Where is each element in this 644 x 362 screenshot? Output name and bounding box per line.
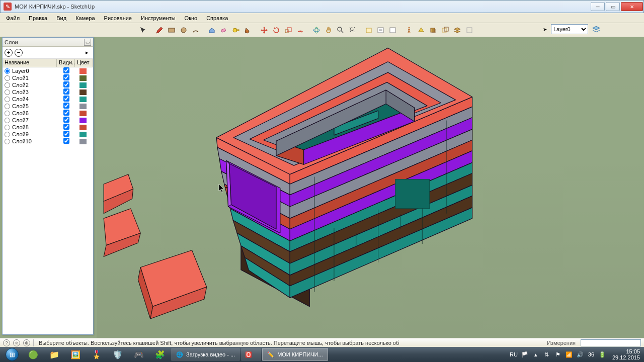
status-help-icon[interactable]: ? bbox=[3, 339, 10, 346]
layer-color-swatch[interactable] bbox=[79, 68, 87, 74]
circle-tool-icon[interactable] bbox=[178, 25, 189, 36]
tape-tool-icon[interactable] bbox=[230, 25, 242, 36]
layer-active-radio[interactable] bbox=[5, 89, 10, 95]
tray-battery-icon[interactable]: 🔋 bbox=[598, 350, 606, 358]
orbit-tool-icon[interactable] bbox=[311, 25, 322, 36]
layer-row[interactable]: Слой9 bbox=[3, 131, 93, 138]
tray-clock[interactable]: 15:05 29.12.2015 bbox=[609, 348, 640, 360]
minimize-button[interactable]: ─ bbox=[591, 2, 605, 11]
tray-network-icon[interactable]: ⇅ bbox=[543, 350, 551, 358]
rectangle-tool-icon[interactable] bbox=[166, 25, 177, 36]
component-tool-icon[interactable] bbox=[363, 25, 374, 36]
layer-row[interactable]: Layer0 bbox=[3, 67, 93, 74]
text-tool-icon[interactable] bbox=[387, 25, 398, 36]
layer-color-swatch[interactable] bbox=[79, 125, 87, 130]
taskbar-task-sketchup[interactable]: ✏️ МОИ КИРПИЧИ... bbox=[262, 348, 328, 361]
layer-active-radio[interactable] bbox=[5, 75, 10, 81]
layer-visible-checkbox[interactable] bbox=[63, 124, 69, 130]
taskbar-pin-7-icon[interactable]: 🧩 bbox=[150, 348, 170, 361]
zoom-extents-tool-icon[interactable] bbox=[347, 25, 358, 36]
layer-row[interactable]: Слой3 bbox=[3, 88, 93, 96]
layer-visible-checkbox[interactable] bbox=[63, 117, 69, 123]
layer-color-swatch[interactable] bbox=[79, 104, 87, 109]
layer-color-swatch[interactable] bbox=[79, 75, 87, 81]
layer-row[interactable]: Слой7 bbox=[3, 117, 93, 124]
arc-tool-icon[interactable] bbox=[190, 25, 201, 36]
close-button[interactable]: ✕ bbox=[621, 2, 643, 11]
layer-visible-checkbox[interactable] bbox=[63, 103, 69, 109]
menu-window[interactable]: Окно bbox=[181, 14, 202, 22]
layer-active-radio[interactable] bbox=[5, 68, 10, 74]
menu-view[interactable]: Вид bbox=[52, 14, 70, 22]
taskbar-pin-2-icon[interactable]: 📁 bbox=[44, 348, 64, 361]
layer-color-swatch[interactable] bbox=[79, 111, 87, 116]
rotate-tool-icon[interactable] bbox=[271, 25, 282, 36]
layer-visible-checkbox[interactable] bbox=[63, 131, 69, 137]
layer-select[interactable]: Layer0 bbox=[551, 24, 588, 34]
layer-active-radio[interactable] bbox=[5, 104, 10, 109]
layer-active-radio[interactable] bbox=[5, 139, 10, 144]
layers-header-visible[interactable]: Види... bbox=[57, 59, 75, 67]
layer-row[interactable]: Слой6 bbox=[3, 110, 93, 117]
tray-action-icon[interactable]: ⚑ bbox=[554, 350, 562, 358]
menu-tools[interactable]: Инструменты bbox=[137, 14, 180, 22]
dimension-tool-icon[interactable] bbox=[375, 25, 386, 36]
select-tool-icon[interactable] bbox=[138, 25, 149, 36]
layer-color-swatch[interactable] bbox=[79, 118, 87, 123]
layer-active-radio[interactable] bbox=[5, 97, 10, 102]
layer-row[interactable]: Слой4 bbox=[3, 96, 93, 103]
menu-draw[interactable]: Рисование bbox=[100, 14, 136, 22]
layer-active-radio[interactable] bbox=[5, 82, 10, 88]
tray-flag-icon[interactable]: 🏳️ bbox=[521, 350, 529, 358]
layer-active-radio[interactable] bbox=[5, 132, 10, 137]
layer-row[interactable]: Слой8 bbox=[3, 124, 93, 131]
3d-viewport[interactable]: + bbox=[97, 37, 644, 338]
layer-row[interactable]: Слой5 bbox=[3, 103, 93, 110]
eraser-tool-icon[interactable] bbox=[218, 25, 229, 36]
menu-file[interactable]: Файл bbox=[2, 14, 24, 22]
layer-manager-icon[interactable] bbox=[591, 24, 601, 34]
layer-visible-checkbox[interactable] bbox=[63, 96, 69, 102]
pencil-tool-icon[interactable] bbox=[154, 25, 165, 36]
layer-visible-checkbox[interactable] bbox=[63, 88, 69, 95]
taskbar-pin-5-icon[interactable]: 🛡️ bbox=[108, 348, 128, 361]
taskbar-pin-3-icon[interactable]: 🖼️ bbox=[65, 348, 86, 361]
layer-active-radio[interactable] bbox=[5, 111, 10, 116]
taskbar-task-chrome[interactable]: 🌐 Загрузка видео - ... bbox=[171, 348, 240, 361]
layers-panel-title[interactable]: Слои ▭ bbox=[3, 38, 93, 47]
layers-panel-close-icon[interactable]: ▭ bbox=[84, 39, 91, 46]
layer-color-swatch[interactable] bbox=[79, 139, 87, 144]
layer-row[interactable]: Слой10 bbox=[3, 138, 93, 145]
maximize-button[interactable]: ▭ bbox=[606, 2, 620, 11]
layer-visible-checkbox[interactable] bbox=[63, 138, 69, 144]
paint-tool-icon[interactable] bbox=[243, 25, 254, 36]
menu-edit[interactable]: Правка bbox=[25, 14, 51, 22]
layer-visible-checkbox[interactable] bbox=[63, 67, 69, 73]
pan-tool-icon[interactable] bbox=[323, 25, 334, 36]
layers-header-color[interactable]: Цвет bbox=[75, 59, 93, 67]
outliner-tool-icon[interactable] bbox=[440, 25, 451, 36]
shadows-tool-icon[interactable] bbox=[428, 25, 439, 36]
pushpull-tool-icon[interactable] bbox=[206, 25, 217, 36]
tray-volume-icon[interactable]: 🔊 bbox=[576, 350, 584, 358]
scale-tool-icon[interactable] bbox=[283, 25, 294, 36]
offset-tool-icon[interactable] bbox=[295, 25, 306, 36]
taskbar-pin-1-icon[interactable]: 🟢 bbox=[23, 348, 43, 361]
remove-layer-icon[interactable]: − bbox=[15, 49, 23, 57]
layers-header-name[interactable]: Название bbox=[3, 59, 57, 67]
taskbar-pin-6-icon[interactable]: 🎮 bbox=[129, 348, 149, 361]
extra-tool-icon[interactable] bbox=[464, 25, 475, 36]
layer-options-icon[interactable]: ▸ bbox=[83, 49, 91, 57]
tray-lang[interactable]: RU bbox=[510, 350, 518, 358]
taskbar-task-opera[interactable]: 🅾️ bbox=[241, 348, 261, 361]
menu-camera[interactable]: Камера bbox=[71, 14, 99, 22]
layer-row[interactable]: Слой2 bbox=[3, 81, 93, 88]
zoom-tool-icon[interactable] bbox=[335, 25, 346, 36]
menu-help[interactable]: Справка bbox=[202, 14, 232, 22]
layer-row[interactable]: Слой1 bbox=[3, 74, 93, 81]
taskbar-pin-4-icon[interactable]: 🎖️ bbox=[87, 348, 107, 361]
move-tool-icon[interactable] bbox=[259, 25, 270, 36]
layer-color-swatch[interactable] bbox=[79, 132, 87, 137]
layer-visible-checkbox[interactable] bbox=[63, 81, 69, 87]
layers-tool-icon[interactable] bbox=[452, 25, 463, 36]
